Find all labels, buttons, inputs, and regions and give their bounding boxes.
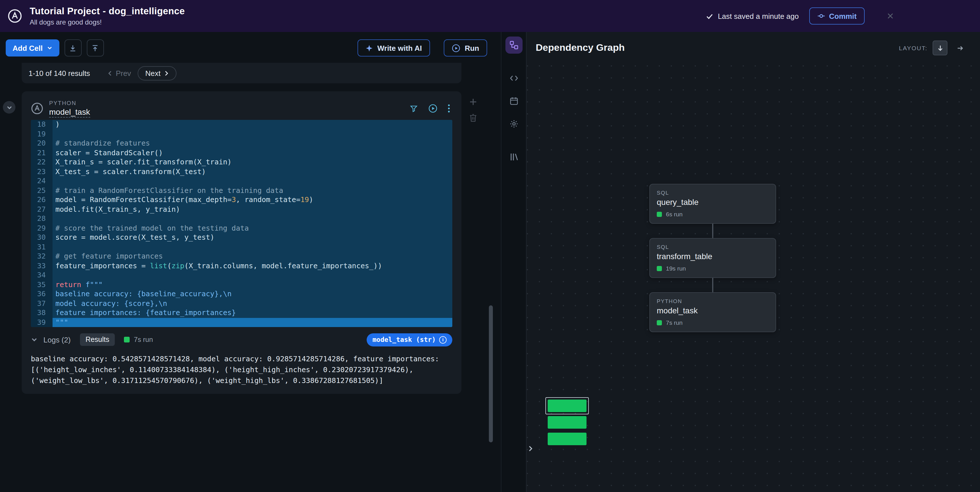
filter-icon[interactable] xyxy=(409,104,418,113)
trash-icon[interactable] xyxy=(469,114,477,122)
graph-edge xyxy=(712,278,713,292)
layout-controls: LAYOUT: xyxy=(899,41,967,56)
layout-vertical-button[interactable] xyxy=(932,41,947,56)
collapse-cell-button[interactable] xyxy=(3,101,16,114)
graph-node[interactable]: SQL query_table 6s run xyxy=(649,184,776,224)
graph-node[interactable]: SQL transform_table 19s run xyxy=(649,238,776,278)
run-status-icon xyxy=(124,337,130,343)
cell-title-block: PYTHON model_task xyxy=(49,100,90,117)
code-view-icon[interactable] xyxy=(505,70,522,87)
add-cell-above-button[interactable] xyxy=(86,40,103,57)
run-label: Run xyxy=(465,44,479,52)
run-cell-icon[interactable] xyxy=(428,104,438,113)
graph-edge xyxy=(712,224,713,238)
minimap-viewport[interactable] xyxy=(546,397,589,414)
project-title: Tutorial Project - dog_intelligence xyxy=(30,6,185,17)
graph-node-run: 6s run xyxy=(657,211,769,217)
scrollbar[interactable] xyxy=(489,305,493,442)
run-status-icon xyxy=(657,266,662,271)
write-with-ai-button[interactable]: Write with AI xyxy=(357,40,430,57)
output-line: [('height_low_inches', 0.114007333841483… xyxy=(31,364,452,375)
minimap-node xyxy=(548,433,587,445)
insert-above-icon xyxy=(91,44,99,52)
code-line[interactable]: 26model = RandomForestClassifier(max_dep… xyxy=(31,195,452,205)
code-line[interactable]: 22X_train_s = scaler.fit_transform(X_tra… xyxy=(31,157,452,167)
dependency-graph-icon[interactable] xyxy=(505,37,522,54)
cell-output: baseline accuracy: 0.5428571428571428, m… xyxy=(31,353,452,386)
output-line: ('weight_low_lbs', 0.31711254570790676),… xyxy=(31,375,452,386)
graph-node[interactable]: PYTHON model_task 7s run xyxy=(649,292,776,332)
settings-gear-icon[interactable] xyxy=(505,115,522,132)
code-line[interactable]: 20# standardize features xyxy=(31,139,452,148)
code-line[interactable]: 35return f""" xyxy=(31,280,452,289)
commit-icon xyxy=(817,12,825,20)
code-line[interactable]: 38feature importances: {feature_importan… xyxy=(31,308,452,317)
more-options-icon[interactable] xyxy=(448,104,450,113)
topbar-actions: Last saved a minute ago Commit xyxy=(706,8,980,25)
logs-chevron-icon[interactable] xyxy=(31,336,38,343)
results-count: 1-10 of 140 results xyxy=(29,69,90,77)
add-comment-icon[interactable] xyxy=(469,98,477,106)
code-line[interactable]: 32# get feature importances xyxy=(31,252,452,261)
graph-header: Dependency Graph LAYOUT: xyxy=(527,32,980,64)
code-line[interactable]: 29# score the trained model on the testi… xyxy=(31,224,452,233)
commit-label: Commit xyxy=(829,12,857,20)
cell-side-actions xyxy=(469,98,477,122)
add-cell-label: Add Cell xyxy=(13,44,43,52)
output-variable-label: model_task (str) xyxy=(372,336,436,344)
code-line[interactable]: 37model accuracy: {score},\n xyxy=(31,299,452,308)
chevron-right-icon xyxy=(164,70,169,76)
code-line[interactable]: 31 xyxy=(31,242,452,252)
app-logo-icon[interactable] xyxy=(7,8,23,24)
prev-page-button[interactable]: Prev xyxy=(107,69,131,77)
code-line[interactable]: 19 xyxy=(31,129,452,139)
code-line[interactable]: 21scaler = StandardScaler() xyxy=(31,148,452,157)
code-line[interactable]: 24 xyxy=(31,176,452,186)
chevron-down-icon xyxy=(6,104,12,110)
side-icon-rail xyxy=(501,32,526,492)
code-editor[interactable]: 18)1920# standardize features21scaler = … xyxy=(31,120,452,327)
prev-label: Prev xyxy=(116,69,131,77)
code-line[interactable]: 30score = model.score(X_test_s, y_test) xyxy=(31,233,452,242)
dependency-graph-panel: Dependency Graph LAYOUT: SQL query_table… xyxy=(526,32,980,492)
code-line[interactable]: 36baseline accuracy: {baseline_accuracy}… xyxy=(31,289,452,299)
code-line[interactable]: 34 xyxy=(31,271,452,280)
layout-horizontal-button[interactable] xyxy=(953,41,967,56)
panel-expand-icon[interactable] xyxy=(528,445,533,452)
run-button[interactable]: Run xyxy=(444,40,487,57)
output-variable-pill[interactable]: model_task (str) i xyxy=(367,333,452,346)
close-icon[interactable] xyxy=(886,12,894,20)
commit-button[interactable]: Commit xyxy=(809,8,865,25)
graph-node-type: SQL xyxy=(657,244,769,250)
arrow-right-icon xyxy=(956,44,964,52)
cell-footer: Logs (2) Results 7s run model_task (str)… xyxy=(31,333,452,346)
library-icon[interactable] xyxy=(505,148,522,165)
next-page-button[interactable]: Next xyxy=(138,66,177,80)
code-line[interactable]: 33feature_importances = list(zip(X_train… xyxy=(31,261,452,271)
cell-header: PYTHON model_task xyxy=(31,97,452,120)
code-line[interactable]: 18) xyxy=(31,120,452,129)
info-icon: i xyxy=(439,336,447,343)
chevron-left-icon xyxy=(107,70,112,76)
add-cell-button[interactable]: Add Cell xyxy=(6,40,59,57)
tab-results[interactable]: Results xyxy=(80,333,115,346)
graph-title: Dependency Graph xyxy=(536,42,625,54)
code-line[interactable]: 28 xyxy=(31,214,452,224)
app-window: Tutorial Project - dog_intelligence All … xyxy=(0,0,980,492)
code-line[interactable]: 25# train a RandomForestClassifier on th… xyxy=(31,186,452,195)
run-time-label: 6s run xyxy=(666,211,682,217)
logs-toggle[interactable]: Logs (2) xyxy=(43,335,70,344)
cell-name[interactable]: model_task xyxy=(49,107,90,117)
layout-label: LAYOUT: xyxy=(899,44,928,51)
schedule-icon[interactable] xyxy=(505,92,522,110)
code-line[interactable]: 27model.fit(X_train_s, y_train) xyxy=(31,205,452,214)
graph-canvas[interactable]: SQL query_table 6s run SQL transform_tab… xyxy=(527,64,980,492)
add-cell-below-button[interactable] xyxy=(64,40,81,57)
chevron-down-icon xyxy=(46,45,52,51)
sparkle-icon xyxy=(365,44,373,52)
code-line[interactable]: 23X_test_s = scaler.transform(X_test) xyxy=(31,167,452,176)
run-time-badge: 7s run xyxy=(134,336,153,344)
graph-node-name: model_task xyxy=(657,306,769,315)
code-line[interactable]: 39""" xyxy=(31,317,452,327)
graph-node-run: 7s run xyxy=(657,319,769,326)
